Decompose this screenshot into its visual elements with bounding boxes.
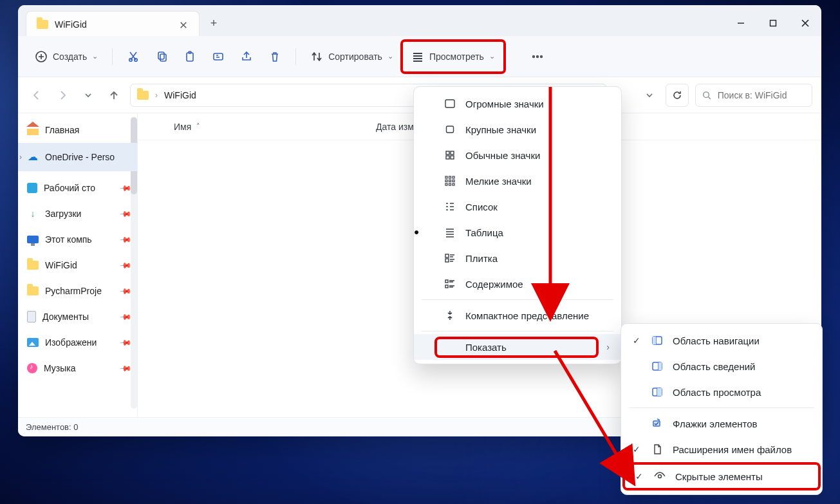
svg-rect-33 bbox=[653, 337, 656, 344]
breadcrumb[interactable]: WiFiGid bbox=[164, 90, 196, 100]
paste-button[interactable] bbox=[177, 45, 203, 68]
chevron-right-icon: › bbox=[155, 91, 158, 100]
chevron-right-icon: › bbox=[606, 342, 610, 352]
svg-rect-17 bbox=[446, 156, 449, 159]
menu-item-label: Мелкие значки bbox=[465, 176, 610, 187]
sidebar-item-pycharm[interactable]: PycharmProje 📌 bbox=[18, 278, 137, 304]
svg-point-12 bbox=[704, 91, 709, 97]
maximize-button[interactable] bbox=[757, 10, 789, 36]
medium-icon bbox=[443, 149, 456, 161]
desktop-icon bbox=[27, 183, 37, 193]
submenu-item-navigation-pane[interactable]: ✓ Область навигации bbox=[621, 328, 822, 353]
submenu-item-label: Расширения имен файлов bbox=[673, 444, 810, 455]
submenu-item-file-extensions[interactable]: ✓ Расширения имен файлов bbox=[621, 436, 822, 462]
search-box[interactable] bbox=[695, 84, 812, 107]
view-button[interactable]: Просмотреть ⌄ bbox=[402, 41, 504, 72]
svg-point-10 bbox=[536, 55, 538, 57]
svg-rect-26 bbox=[449, 183, 451, 185]
new-button[interactable]: Создать ⌄ bbox=[28, 45, 104, 68]
recent-locations-button[interactable] bbox=[79, 86, 98, 105]
menu-item-label: Крупные значки bbox=[465, 124, 610, 135]
document-icon bbox=[27, 311, 36, 322]
refresh-button[interactable] bbox=[666, 84, 689, 107]
cut-button[interactable] bbox=[120, 45, 146, 68]
sidebar-item-pictures[interactable]: Изображени 📌 bbox=[18, 330, 137, 355]
column-date[interactable]: Дата изме bbox=[376, 122, 419, 132]
svg-rect-19 bbox=[445, 176, 447, 178]
checkbox-icon bbox=[651, 418, 664, 429]
svg-rect-22 bbox=[445, 180, 447, 182]
sidebar-item-music[interactable]: Музыка 📌 bbox=[18, 355, 137, 381]
sidebar-item-wifigid[interactable]: WiFiGid 📌 bbox=[18, 252, 137, 278]
view-button-label: Просмотреть bbox=[429, 51, 484, 62]
chevron-down-icon: ⌄ bbox=[92, 52, 98, 61]
new-tab-button[interactable]: + bbox=[200, 10, 228, 36]
divider bbox=[422, 331, 613, 331]
submenu-item-hidden-items[interactable]: ✓ Скрытые элементы bbox=[624, 463, 819, 489]
sidebar-item-label: Главная bbox=[45, 125, 79, 135]
svg-point-11 bbox=[540, 55, 542, 57]
sidebar-item-label: Этот компь bbox=[45, 234, 92, 245]
delete-button[interactable] bbox=[262, 45, 288, 68]
sidebar-item-thispc[interactable]: Этот компь 📌 bbox=[18, 227, 137, 252]
pin-icon: 📌 bbox=[119, 336, 133, 350]
chevron-right-icon[interactable]: › bbox=[19, 153, 22, 162]
sidebar-item-documents[interactable]: Документы 📌 bbox=[18, 304, 137, 330]
svg-rect-8 bbox=[214, 53, 223, 60]
search-input[interactable] bbox=[716, 89, 805, 101]
minimize-button[interactable] bbox=[725, 10, 757, 36]
copy-button[interactable] bbox=[149, 45, 174, 68]
svg-point-9 bbox=[532, 55, 534, 57]
submenu-item-details-pane[interactable]: Область сведений bbox=[621, 353, 822, 379]
menu-item-details[interactable]: • Таблица bbox=[414, 219, 621, 245]
close-window-button[interactable] bbox=[789, 10, 821, 36]
pane-icon bbox=[651, 335, 664, 346]
picture-icon bbox=[27, 338, 39, 347]
pin-icon: 📌 bbox=[119, 233, 133, 247]
back-button[interactable] bbox=[27, 86, 46, 105]
menu-item-tiles[interactable]: Плитка bbox=[414, 245, 621, 271]
menu-item-label: Обычные значки bbox=[465, 150, 610, 161]
sidebar-item-onedrive[interactable]: › ☁ OneDrive - Perso bbox=[18, 143, 137, 171]
svg-rect-24 bbox=[453, 180, 454, 182]
svg-rect-15 bbox=[446, 151, 449, 154]
column-name[interactable]: Имя ˄ bbox=[174, 122, 360, 132]
up-button[interactable] bbox=[104, 86, 124, 105]
svg-rect-6 bbox=[187, 53, 193, 61]
share-button[interactable] bbox=[234, 45, 259, 68]
sidebar-item-home[interactable]: Главная bbox=[18, 117, 137, 143]
submenu-item-item-checkboxes[interactable]: Флажки элементов bbox=[621, 411, 822, 436]
pin-icon: 📌 bbox=[119, 207, 133, 221]
download-icon: ↓ bbox=[27, 208, 39, 219]
tab-title: WiFiGid bbox=[55, 19, 173, 30]
menu-item-medium-icons[interactable]: Обычные значки bbox=[414, 142, 621, 168]
menu-item-show[interactable]: Показать › bbox=[414, 334, 621, 360]
menu-item-list[interactable]: Список bbox=[414, 194, 621, 219]
sidebar-item-label: OneDrive - Perso bbox=[45, 152, 115, 162]
window-tab[interactable]: WiFiGid bbox=[26, 11, 200, 37]
svg-rect-16 bbox=[451, 151, 454, 154]
sidebar-item-label: Документы bbox=[42, 312, 89, 322]
sort-button[interactable]: Сортировать ⌄ bbox=[304, 45, 400, 68]
rename-button[interactable] bbox=[205, 45, 231, 68]
svg-rect-29 bbox=[445, 259, 449, 262]
menu-item-large-icons[interactable]: Крупные значки bbox=[414, 117, 621, 142]
menu-item-content[interactable]: Содержимое bbox=[414, 271, 621, 297]
chevron-down-icon: ⌄ bbox=[489, 52, 495, 61]
sidebar-item-desktop[interactable]: Рабочий сто 📌 bbox=[18, 175, 137, 201]
window-controls bbox=[725, 10, 821, 36]
menu-item-small-icons[interactable]: Мелкие значки bbox=[414, 168, 621, 194]
submenu-item-preview-pane[interactable]: Область просмотра bbox=[621, 379, 822, 405]
tab-close-button[interactable] bbox=[180, 20, 189, 29]
addr-history-button[interactable] bbox=[640, 86, 659, 105]
menu-item-label: Плитка bbox=[465, 253, 610, 264]
forward-button[interactable] bbox=[53, 86, 72, 105]
menu-item-extra-large-icons[interactable]: Огромные значки bbox=[414, 91, 621, 117]
sidebar-item-label: WiFiGid bbox=[45, 260, 77, 270]
more-button[interactable] bbox=[525, 45, 550, 68]
pane-icon bbox=[651, 386, 664, 398]
menu-item-compact-view[interactable]: Компактное представление bbox=[414, 303, 621, 328]
divider bbox=[629, 407, 814, 408]
sidebar-item-downloads[interactable]: ↓ Загрузки 📌 bbox=[18, 201, 137, 227]
titlebar: WiFiGid + bbox=[18, 5, 821, 36]
